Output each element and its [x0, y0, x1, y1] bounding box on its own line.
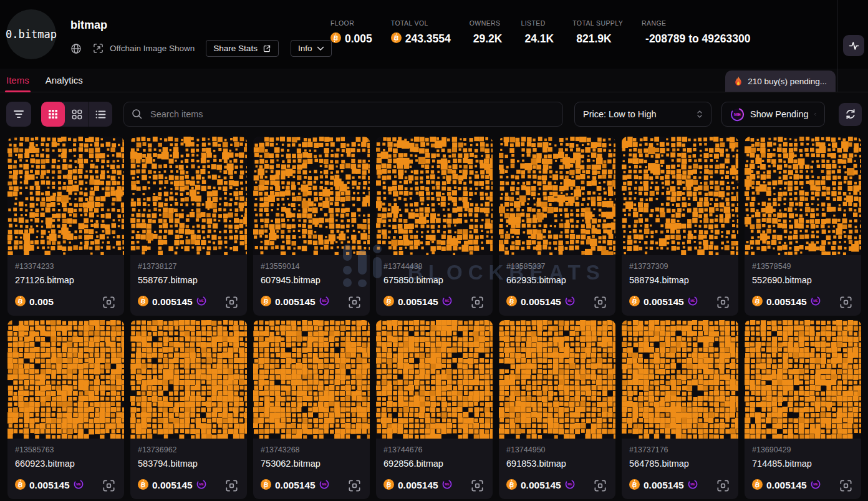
- card-price: 0.005145: [275, 296, 316, 308]
- nft-card[interactable]: #13738127 558767.bitmap B 0.005145 ME: [130, 137, 247, 316]
- preview-button[interactable]: [100, 477, 117, 494]
- nft-card[interactable]: #13585763 660923.bitmap B 0.005145 ME: [7, 320, 124, 499]
- nft-card[interactable]: #13374233 271126.bitmap B 0.005: [7, 137, 124, 316]
- bitcoin-icon: B: [752, 296, 763, 306]
- tab-items[interactable]: Items: [6, 69, 29, 92]
- card-price: 0.005: [29, 296, 54, 308]
- filter-button[interactable]: [6, 102, 31, 127]
- nft-card[interactable]: #13744676 692856.bitmap B 0.005145 ME: [376, 320, 493, 499]
- card-inscription-id: #13738127: [138, 262, 239, 271]
- search-input[interactable]: [123, 102, 563, 127]
- activity-button[interactable]: [843, 35, 864, 56]
- nft-card[interactable]: #13736962 583794.bitmap B 0.005145 ME: [130, 320, 247, 499]
- globe-icon[interactable]: [70, 43, 82, 54]
- card-price: 0.005145: [398, 296, 438, 308]
- preview-button[interactable]: [592, 477, 608, 494]
- bitmap-image[interactable]: [745, 320, 861, 439]
- pending-spinner-icon: ME: [74, 479, 84, 489]
- preview-button[interactable]: [837, 294, 854, 310]
- pending-spinner-icon: ME: [319, 479, 329, 489]
- scan-icon: [471, 479, 484, 492]
- scan-icon: [839, 296, 852, 309]
- svg-text:ME: ME: [567, 299, 572, 303]
- nft-card[interactable]: #13737176 564785.bitmap B 0.005145 ME: [622, 320, 738, 499]
- scan-icon: [594, 296, 607, 309]
- stat-value: 24.1K: [525, 32, 554, 46]
- stat-item: TOTAL VOL B 243.3554: [391, 19, 451, 46]
- view-dense-grid-button[interactable]: [41, 102, 65, 127]
- card-inscription-id: #13585337: [506, 262, 608, 271]
- svg-text:ME: ME: [322, 482, 327, 486]
- svg-text:ME: ME: [813, 299, 818, 303]
- pending-buys-badge[interactable]: 210 buy(s) pending...: [725, 71, 836, 92]
- sort-chevrons-icon: [814, 109, 816, 119]
- card-price: 0.005145: [644, 296, 684, 308]
- bitmap-image[interactable]: [376, 320, 493, 439]
- card-price: 0.005145: [29, 480, 70, 491]
- svg-text:ME: ME: [734, 112, 741, 117]
- bitmap-image[interactable]: [622, 320, 738, 439]
- preview-button[interactable]: [223, 477, 239, 494]
- card-name: 588794.bitmap: [629, 275, 731, 285]
- card-price: 0.005145: [766, 480, 807, 491]
- preview-button[interactable]: [715, 477, 731, 494]
- preview-button[interactable]: [837, 477, 854, 494]
- bitmap-image[interactable]: [253, 137, 370, 255]
- bitcoin-icon: B: [506, 479, 517, 490]
- bitmap-image[interactable]: [745, 137, 861, 255]
- nft-card[interactable]: #13585337 662935.bitmap B 0.005145 ME: [499, 137, 615, 316]
- scan-icon: [716, 296, 730, 309]
- bitmap-image[interactable]: [7, 320, 124, 439]
- svg-text:ME: ME: [445, 482, 450, 486]
- preview-button[interactable]: [715, 294, 731, 310]
- scan-icon: [225, 296, 238, 309]
- card-name: 583794.bitmap: [138, 459, 239, 469]
- svg-text:ME: ME: [690, 482, 695, 486]
- fire-icon: [734, 76, 743, 86]
- bitmap-image[interactable]: [499, 137, 615, 255]
- sort-select[interactable]: Price: Low to High: [574, 102, 711, 127]
- pending-spinner-icon: ME: [565, 296, 575, 306]
- preview-button[interactable]: [469, 294, 485, 310]
- bitmap-image[interactable]: [253, 320, 370, 439]
- info-button[interactable]: Info: [291, 40, 332, 57]
- nft-card[interactable]: #13559014 607945.bitmap B 0.005145 ME: [253, 137, 370, 316]
- bitmap-image[interactable]: [622, 137, 738, 255]
- bitmap-image[interactable]: [130, 320, 247, 439]
- scan-icon: [716, 479, 730, 492]
- activity-icon: [848, 40, 860, 52]
- nft-card[interactable]: #13744950 691853.bitmap B 0.005145 ME: [499, 320, 615, 499]
- card-name: 691853.bitmap: [506, 459, 608, 469]
- card-name: 607945.bitmap: [261, 275, 362, 285]
- view-list-button[interactable]: [89, 102, 112, 127]
- share-stats-button[interactable]: Share Stats: [206, 40, 279, 57]
- bitmap-image[interactable]: [376, 137, 493, 255]
- bitcoin-icon: B: [15, 479, 26, 490]
- stat-value: 243.3554: [405, 32, 451, 46]
- stat-value: 821.9K: [576, 32, 611, 46]
- card-inscription-id: #13690429: [752, 445, 854, 454]
- stat-item: TOTAL SUPPLY 821.9K: [572, 19, 623, 46]
- pending-filter-select[interactable]: ME Show Pending: [721, 102, 825, 127]
- bitmap-image[interactable]: [130, 137, 247, 255]
- nft-card[interactable]: #13744438 675850.bitmap B 0.005145 ME: [376, 137, 493, 316]
- view-grid-button[interactable]: [65, 102, 89, 127]
- bitmap-image[interactable]: [499, 320, 615, 439]
- preview-button[interactable]: [469, 477, 485, 494]
- preview-button[interactable]: [346, 477, 362, 494]
- sort-chevrons-icon: [697, 109, 703, 119]
- grid-icon: [72, 109, 82, 120]
- nft-card[interactable]: #13743268 753062.bitmap B 0.005145 ME: [253, 320, 370, 499]
- bitmap-image[interactable]: [7, 137, 124, 255]
- preview-button[interactable]: [223, 294, 239, 310]
- nft-card[interactable]: #13737309 588794.bitmap B 0.005145 ME: [622, 137, 738, 316]
- nft-card[interactable]: #13578549 552690.bitmap B 0.005145 ME: [745, 137, 861, 316]
- bitcoin-icon: B: [383, 296, 394, 306]
- preview-button[interactable]: [592, 294, 608, 310]
- tab-analytics[interactable]: Analytics: [46, 69, 83, 92]
- card-name: 558767.bitmap: [138, 275, 239, 285]
- preview-button[interactable]: [346, 294, 362, 310]
- nft-card[interactable]: #13690429 714485.bitmap B 0.005145 ME: [745, 320, 861, 499]
- refresh-button[interactable]: [839, 103, 862, 126]
- preview-button[interactable]: [100, 294, 117, 310]
